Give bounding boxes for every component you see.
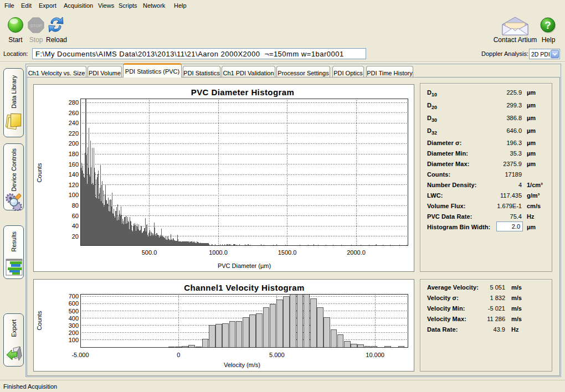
svg-text:240: 240 [69, 120, 79, 126]
svg-text:40: 40 [72, 223, 79, 229]
svg-text:2000.0: 2000.0 [347, 249, 366, 256]
svg-text:300: 300 [69, 322, 79, 329]
svg-text:140: 140 [69, 171, 79, 178]
svg-text:220: 220 [69, 130, 79, 137]
svg-text:200: 200 [69, 329, 79, 336]
svg-text:10.000: 10.000 [366, 352, 384, 358]
svg-text:260: 260 [69, 110, 79, 116]
svg-text:100: 100 [69, 192, 79, 198]
svg-text:STOP: STOP [30, 23, 42, 28]
svg-text:100: 100 [69, 337, 79, 343]
svg-text:180: 180 [69, 151, 79, 157]
svg-text:Counts: Counts [36, 163, 43, 182]
svg-text:500: 500 [69, 308, 79, 314]
svg-text:120: 120 [69, 182, 79, 188]
svg-text:280: 280 [69, 99, 79, 106]
svg-text:1000.0: 1000.0 [209, 249, 228, 256]
svg-text:PVC Diameter (µm): PVC Diameter (µm) [218, 262, 271, 269]
svg-text:0: 0 [177, 352, 180, 358]
svg-text:Velocity (m/s): Velocity (m/s) [224, 362, 260, 368]
svg-text:400: 400 [69, 315, 79, 322]
svg-text:60: 60 [72, 213, 79, 219]
svg-text:20: 20 [72, 233, 79, 240]
svg-text:600: 600 [69, 300, 79, 307]
svg-text:Channel1 Velocity Histogram: Channel1 Velocity Histogram [184, 283, 305, 292]
svg-text:Counts: Counts [36, 311, 43, 330]
svg-text:500.0: 500.0 [142, 249, 157, 256]
svg-text:160: 160 [69, 161, 79, 168]
svg-text:5.000: 5.000 [269, 352, 285, 358]
svg-text:PVC Diameter Histogram: PVC Diameter Histogram [191, 87, 294, 97]
svg-text:80: 80 [72, 202, 79, 209]
svg-text:-5.000: -5.000 [71, 352, 89, 358]
svg-text:1500.0: 1500.0 [278, 249, 297, 256]
svg-text:?: ? [545, 19, 551, 31]
svg-text:200: 200 [69, 140, 79, 147]
svg-text:700: 700 [69, 293, 79, 300]
